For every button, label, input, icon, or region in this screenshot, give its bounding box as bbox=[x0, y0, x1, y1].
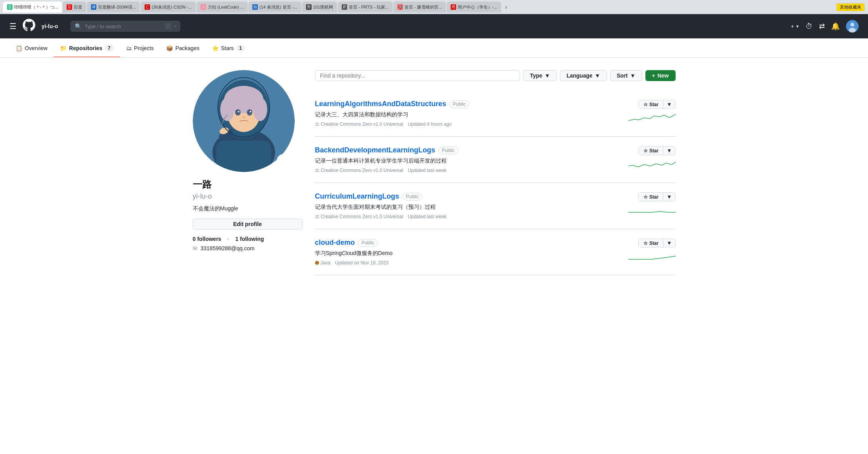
github-logo[interactable] bbox=[23, 19, 35, 34]
repo-name-row: LearningAlgorithmsAndDataStructures Publ… bbox=[315, 100, 622, 108]
star-button[interactable]: ☆ Star bbox=[639, 193, 663, 201]
emoji-overlay[interactable]: 😊 bbox=[277, 154, 291, 168]
repo-meta: ⚖ Creative Commons Zero v1.0 Universal U… bbox=[315, 121, 622, 127]
browser-tab[interactable]: C (36条消息) CSDN -... bbox=[141, 2, 196, 13]
tab-favicon: 围 bbox=[306, 4, 312, 10]
table-row: cloud-demo Public 学习SpringCloud微服务的Demo … bbox=[315, 229, 676, 275]
tab-favicon: 知 bbox=[252, 4, 258, 10]
new-repo-button[interactable]: + New bbox=[645, 70, 676, 81]
more-tabs-button[interactable]: › bbox=[502, 2, 510, 12]
star-button-group: ☆ Star ▼ bbox=[638, 192, 676, 201]
star-button[interactable]: ☆ Star bbox=[639, 147, 663, 155]
svg-point-1 bbox=[850, 23, 854, 27]
avatar[interactable] bbox=[846, 20, 859, 33]
type-chevron-icon: ▼ bbox=[545, 72, 550, 79]
repo-name-link[interactable]: cloud-demo bbox=[315, 239, 355, 247]
license-icon: ⚖ bbox=[315, 168, 319, 173]
follow-stats: 0 followers · 1 following bbox=[193, 236, 303, 242]
repo-description: 记录一位普通本科计算机专业学生学习后端开发的过程 bbox=[315, 157, 622, 165]
type-filter-button[interactable]: Type ▼ bbox=[523, 70, 557, 81]
notifications-icon-button[interactable]: 🔔 bbox=[831, 22, 840, 31]
svg-point-2 bbox=[849, 28, 856, 33]
new-dropdown-button[interactable]: + ▼ bbox=[791, 23, 799, 29]
repo-search-input[interactable] bbox=[315, 70, 520, 81]
edit-profile-button[interactable]: Edit profile bbox=[193, 219, 303, 230]
star-dropdown-button[interactable]: ▼ bbox=[663, 147, 675, 155]
search-slash: › bbox=[174, 24, 176, 29]
timer-icon-button[interactable]: ⏱ bbox=[806, 22, 813, 31]
tab-stars[interactable]: ⭐ Stars 1 bbox=[206, 38, 251, 57]
repo-actions: ☆ Star ▼ bbox=[629, 100, 676, 124]
bookmarks-button[interactable]: 其他收藏夹 bbox=[836, 3, 865, 11]
browser-tab[interactable]: 百 百度 bbox=[63, 2, 86, 13]
table-row: BackendDevelopmentLearningLogs Public 记录… bbox=[315, 137, 676, 183]
repo-description: 记录大三、大四算法和数据结构的学习 bbox=[315, 111, 622, 118]
license-text: Creative Commons Zero v1.0 Universal bbox=[321, 121, 403, 127]
navbar-username[interactable]: yi-lu-o bbox=[42, 23, 58, 29]
repo-sparkline bbox=[629, 204, 676, 216]
browser-tab[interactable]: 力 力扣 (LeetCode) ... bbox=[197, 2, 248, 13]
star-button[interactable]: ☆ Star bbox=[639, 239, 663, 247]
star-dropdown-button[interactable]: ▼ bbox=[663, 239, 675, 247]
tab-favicon: C bbox=[145, 4, 150, 10]
svg-point-15 bbox=[243, 116, 245, 118]
star-button-group: ☆ Star ▼ bbox=[638, 146, 676, 155]
following-stat[interactable]: 1 following bbox=[236, 236, 264, 242]
star-label: Star bbox=[649, 194, 658, 200]
search-icon: 🔍 bbox=[75, 23, 82, 29]
browser-tab[interactable]: 知 (14 条消息) 首页 -... bbox=[248, 2, 301, 13]
tab-favicon: P bbox=[342, 4, 347, 10]
browser-tab[interactable]: 围 101围棋网 bbox=[302, 2, 337, 13]
svg-point-12 bbox=[247, 109, 252, 116]
browser-tabs: B 哔哩哔哩（＊-＊）つ... 百 百度 译 百度翻译-200种语... C (… bbox=[0, 0, 868, 14]
tab-repositories[interactable]: 📁 Repositories 7 bbox=[54, 38, 120, 57]
repo-name-link[interactable]: CurriculumLearningLogs bbox=[315, 192, 399, 201]
email-icon: ✉ bbox=[193, 245, 198, 251]
tab-overview[interactable]: 📋 Overview bbox=[9, 38, 54, 57]
tab-projects[interactable]: 🗂 Projects bbox=[120, 38, 160, 57]
browser-tab[interactable]: P 首页 - PRTS - 玩家... bbox=[338, 2, 393, 13]
tab-label: 哔哩哔哩（＊-＊）つ... bbox=[14, 4, 58, 10]
followers-stat[interactable]: 0 followers bbox=[193, 236, 221, 242]
repo-meta: ⚖ Creative Commons Zero v1.0 Universal U… bbox=[315, 168, 622, 173]
active-tab[interactable]: B 哔哩哔哩（＊-＊）つ... bbox=[3, 2, 62, 13]
star-dropdown-button[interactable]: ▼ bbox=[663, 193, 675, 201]
repos-content: Type ▼ Language ▼ Sort ▼ + New L bbox=[315, 70, 676, 275]
tab-packages[interactable]: 📦 Packages bbox=[160, 38, 205, 57]
tab-label: 百度翻译-200种语... bbox=[98, 4, 136, 10]
star-button[interactable]: ☆ Star bbox=[639, 100, 663, 109]
star-label: Star bbox=[649, 102, 658, 107]
language-color-dot bbox=[315, 261, 319, 265]
svg-point-11 bbox=[235, 109, 241, 116]
pull-request-icon-button[interactable]: ⇄ bbox=[819, 22, 825, 31]
repo-actions: ☆ Star ▼ bbox=[629, 239, 676, 262]
star-arrow-icon: ▼ bbox=[667, 148, 672, 154]
repo-updated: Updated 4 hours ago bbox=[408, 121, 452, 127]
star-dropdown-button[interactable]: ▼ bbox=[663, 100, 675, 109]
repo-info: cloud-demo Public 学习SpringCloud微服务的Demo … bbox=[315, 239, 622, 266]
tab-label: (36条消息) CSDN -... bbox=[152, 4, 192, 10]
browser-tab[interactable]: 🚀 首页 - 廉雪峰的官... bbox=[393, 2, 446, 13]
new-repo-icon: + bbox=[652, 72, 655, 79]
star-arrow-icon: ▼ bbox=[667, 194, 672, 200]
search-bar[interactable]: 🔍 Type / to search / › bbox=[71, 21, 180, 32]
repo-sparkline bbox=[629, 158, 676, 170]
tab-favicon: B bbox=[7, 4, 13, 10]
following-text: following bbox=[240, 236, 264, 242]
license-text: Creative Commons Zero v1.0 Universal bbox=[321, 214, 403, 219]
browser-tab[interactable]: 译 百度翻译-200种语... bbox=[87, 2, 140, 13]
search-keyboard-shortcut: / bbox=[165, 23, 171, 29]
sort-filter-button[interactable]: Sort ▼ bbox=[610, 70, 642, 81]
language-filter-button[interactable]: Language ▼ bbox=[560, 70, 607, 81]
repo-actions: ☆ Star ▼ bbox=[629, 192, 676, 216]
email-value: 3318599288@qq.com bbox=[201, 245, 255, 251]
repo-license: ⚖ Creative Commons Zero v1.0 Universal bbox=[315, 121, 403, 127]
language-name: Java bbox=[321, 260, 330, 266]
repo-meta: ⚖ Creative Commons Zero v1.0 Universal U… bbox=[315, 214, 622, 219]
repo-description: 记录当代大学生面对期末考试的复习（预习）过程 bbox=[315, 204, 622, 211]
repo-name-row: cloud-demo Public bbox=[315, 239, 622, 247]
browser-tab[interactable]: 用 用户中心（学生）-... bbox=[447, 2, 501, 13]
repo-name-link[interactable]: BackendDevelopmentLearningLogs bbox=[315, 146, 435, 154]
hamburger-button[interactable]: ☰ bbox=[9, 22, 16, 31]
repo-name-link[interactable]: LearningAlgorithmsAndDataStructures bbox=[315, 100, 446, 108]
